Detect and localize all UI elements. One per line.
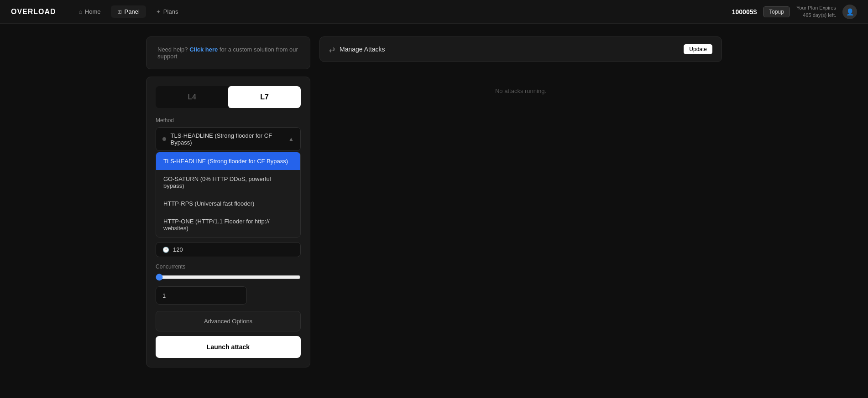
- concurrents-input[interactable]: [162, 292, 240, 299]
- navbar: OVERLOAD ⌂ Home ⊞ Panel ✦ Plans 100005$ …: [0, 0, 868, 24]
- subscription-info: Your Plan Expires 465 day(s) left.: [796, 5, 836, 19]
- nav-link-home-label: Home: [85, 8, 101, 15]
- nav-link-panel-label: Panel: [125, 8, 140, 15]
- nav-right: 100005$ Topup Your Plan Expires 465 day(…: [732, 5, 857, 19]
- advanced-options-button[interactable]: Advanced Options: [156, 311, 301, 331]
- selected-method-label: TLS-HEADLINE (Strong flooder for CF Bypa…: [171, 132, 289, 146]
- manage-attacks-icon: ⇄: [329, 45, 335, 54]
- concurrents-input-wrap: [156, 286, 247, 305]
- tab-l7[interactable]: L7: [228, 86, 301, 108]
- attack-card: L4 L7 Method TLS-HEADLINE (Strong floode…: [146, 77, 310, 367]
- launch-attack-button[interactable]: Launch attack: [156, 336, 301, 358]
- avatar-icon: 👤: [846, 8, 854, 16]
- method-select-box[interactable]: TLS-HEADLINE (Strong flooder for CF Bypa…: [156, 127, 301, 151]
- method-dropdown-list: TLS-HEADLINE (Strong flooder for CF Bypa…: [156, 152, 301, 238]
- manage-attacks-card: ⇄ Manage Attacks Update: [319, 36, 722, 62]
- method-option-go-saturn[interactable]: GO-SATURN (0% HTTP DDoS, powerful bypass…: [156, 170, 300, 195]
- main-content: Need help? Click here for a custom solut…: [0, 24, 868, 380]
- home-icon: ⌂: [79, 9, 82, 15]
- nav-link-home[interactable]: ⌂ Home: [73, 5, 107, 18]
- subscription-line2: 465 day(s) left.: [796, 12, 836, 19]
- panel-icon: ⊞: [117, 9, 122, 15]
- topup-button[interactable]: Topup: [763, 6, 790, 17]
- concurrents-slider[interactable]: [156, 274, 301, 281]
- concurrents-label: Concurrents: [156, 264, 301, 270]
- manage-card-left: ⇄ Manage Attacks: [329, 45, 385, 54]
- method-option-http-rps[interactable]: HTTP-RPS (Universal fast flooder): [156, 195, 300, 212]
- target-input-row: 🕐: [156, 242, 301, 257]
- help-text-before: Need help?: [157, 46, 188, 53]
- manage-attacks-title: Manage Attacks: [340, 46, 385, 53]
- nav-link-panel[interactable]: ⊞ Panel: [111, 5, 146, 18]
- clock-icon: 🕐: [162, 247, 169, 253]
- update-button[interactable]: Update: [684, 44, 712, 54]
- method-option-http-one[interactable]: HTTP-ONE (HTTP/1.1 Flooder for http:// w…: [156, 212, 300, 237]
- layer-tabs: L4 L7: [156, 86, 301, 108]
- app-logo: OVERLOAD: [11, 8, 56, 16]
- avatar[interactable]: 👤: [842, 5, 857, 19]
- method-label: Method: [156, 117, 301, 124]
- target-input[interactable]: [173, 246, 294, 253]
- nav-link-plans[interactable]: ✦ Plans: [150, 5, 185, 18]
- chevron-up-icon: ▲: [288, 136, 294, 142]
- method-dot: [162, 137, 166, 141]
- left-panel: Need help? Click here for a custom solut…: [146, 36, 310, 367]
- plans-icon: ✦: [156, 9, 161, 15]
- balance-display: 100005$: [732, 8, 757, 16]
- no-attacks-message: No attacks running.: [319, 69, 722, 113]
- help-link[interactable]: Click here: [189, 46, 218, 53]
- method-select-left: TLS-HEADLINE (Strong flooder for CF Bypa…: [162, 132, 288, 146]
- method-option-tls-headline[interactable]: TLS-HEADLINE (Strong flooder for CF Bypa…: [156, 152, 300, 170]
- method-dropdown: TLS-HEADLINE (Strong flooder for CF Bypa…: [156, 127, 301, 238]
- tab-l4[interactable]: L4: [156, 86, 228, 108]
- subscription-line1: Your Plan Expires: [796, 5, 836, 11]
- right-panel: ⇄ Manage Attacks Update No attacks runni…: [319, 36, 722, 113]
- nav-link-plans-label: Plans: [163, 8, 178, 15]
- nav-links: ⌂ Home ⊞ Panel ✦ Plans: [73, 5, 732, 18]
- help-banner: Need help? Click here for a custom solut…: [146, 36, 310, 69]
